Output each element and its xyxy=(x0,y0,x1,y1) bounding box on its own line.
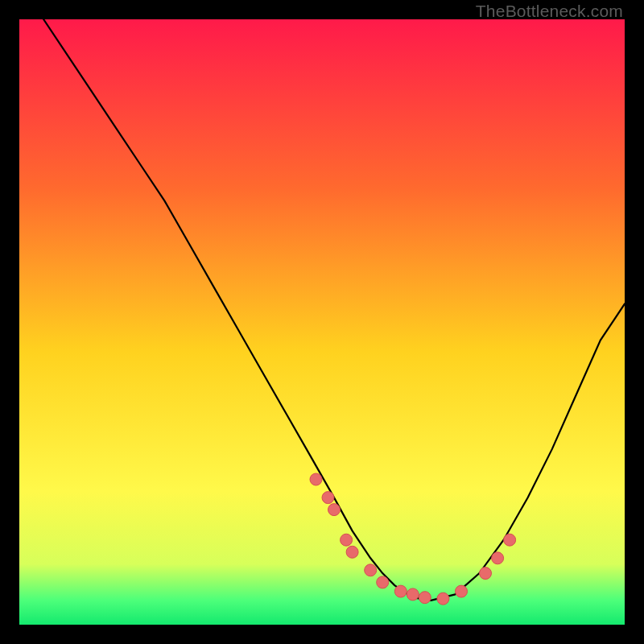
data-marker xyxy=(480,568,492,580)
gradient-background xyxy=(19,19,625,625)
data-marker xyxy=(377,576,389,588)
bottleneck-chart xyxy=(19,19,625,625)
data-marker xyxy=(328,504,341,516)
data-marker xyxy=(346,546,358,558)
data-marker xyxy=(322,492,334,504)
data-marker xyxy=(310,473,322,485)
data-marker xyxy=(365,564,377,576)
data-marker xyxy=(492,552,504,564)
data-marker xyxy=(419,592,431,604)
data-marker xyxy=(407,588,419,601)
watermark-text: TheBottleneck.com xyxy=(476,2,623,21)
data-marker xyxy=(341,534,353,546)
data-marker xyxy=(437,592,449,605)
data-marker xyxy=(456,585,468,597)
chart-frame xyxy=(19,19,625,625)
data-marker xyxy=(504,534,516,546)
data-marker xyxy=(394,585,407,597)
